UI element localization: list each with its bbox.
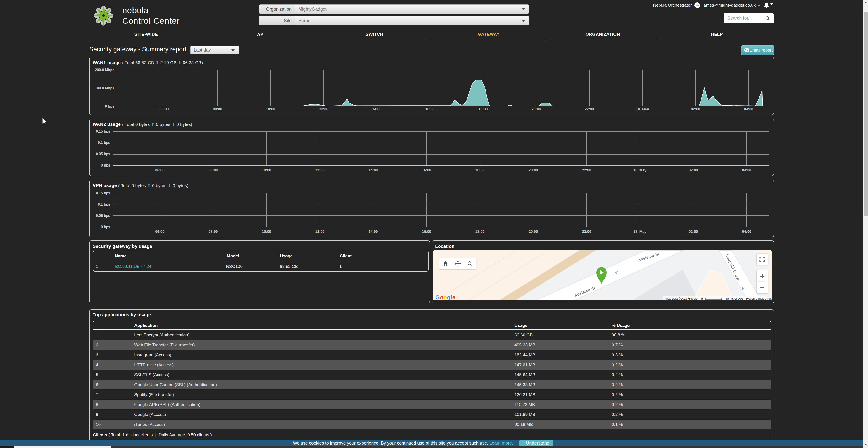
svg-text:Terms of Use: Terms of Use bbox=[725, 297, 743, 300]
svg-text:Map data ©2019 Google: Map data ©2019 Google bbox=[665, 297, 698, 300]
svg-text:5 m: 5 m bbox=[701, 297, 706, 300]
svg-text:Report a map error: Report a map error bbox=[746, 297, 771, 300]
